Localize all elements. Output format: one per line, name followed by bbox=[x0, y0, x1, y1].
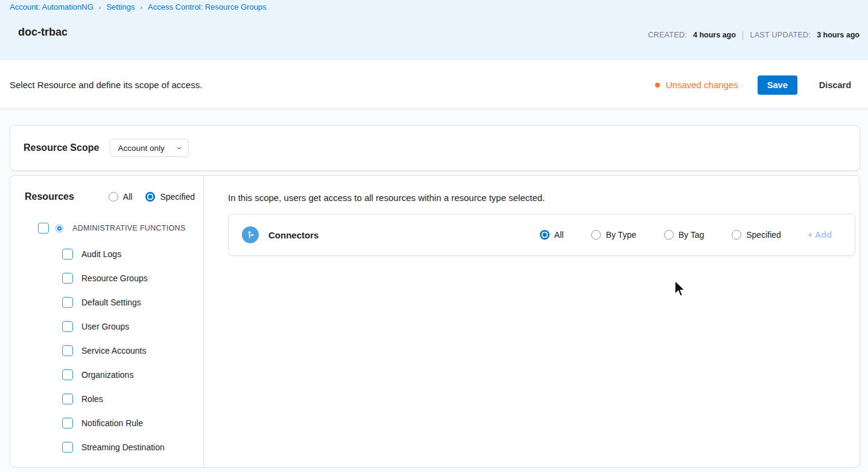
connectors-branch-icon bbox=[242, 226, 259, 243]
resources-specified-label: Specified bbox=[160, 192, 195, 202]
add-button[interactable]: + Add bbox=[808, 230, 832, 240]
radio-selected-icon[interactable] bbox=[145, 192, 155, 202]
radio-icon[interactable] bbox=[664, 230, 674, 240]
connectors-specified-label: Specified bbox=[746, 230, 781, 240]
unsaved-changes-indicator: Unsaved changes bbox=[655, 80, 738, 90]
page-description: Select Resource and define its scope of … bbox=[10, 80, 202, 90]
item-label: Audit Logs bbox=[81, 249, 121, 259]
resource-type-list: Audit Logs Resource Groups Default Setti… bbox=[10, 242, 203, 459]
page-title: doc-trbac bbox=[18, 26, 68, 39]
resources-all-radio[interactable]: All bbox=[109, 192, 133, 202]
item-checkbox[interactable] bbox=[62, 442, 73, 453]
item-checkbox[interactable] bbox=[62, 345, 73, 356]
item-label: Service Accounts bbox=[81, 346, 146, 356]
unsaved-dot-icon bbox=[655, 83, 660, 88]
page-header: Account: AutomationNG › Settings › Acces… bbox=[0, 0, 868, 60]
resources-panel: Resources All Specified ADMINISTRATIVE F… bbox=[10, 176, 204, 467]
item-checkbox[interactable] bbox=[62, 394, 73, 404]
resource-scope-select[interactable]: Account only ⌄ bbox=[110, 139, 189, 157]
radio-icon[interactable] bbox=[732, 230, 741, 240]
connectors-all-label: All bbox=[554, 230, 564, 240]
item-checkbox[interactable] bbox=[62, 273, 73, 284]
unsaved-changes-label: Unsaved changes bbox=[666, 80, 738, 90]
last-updated-value: 3 hours ago bbox=[817, 31, 860, 39]
list-item-audit-logs[interactable]: Audit Logs bbox=[10, 242, 203, 266]
connectors-by-tag-label: By Tag bbox=[679, 230, 705, 240]
list-item-streaming-destination[interactable]: Streaming Destination bbox=[10, 435, 203, 459]
discard-button[interactable]: Discard bbox=[819, 80, 851, 90]
item-checkbox[interactable] bbox=[62, 321, 73, 332]
group-label: ADMINISTRATIVE FUNCTIONS bbox=[72, 224, 186, 232]
item-checkbox[interactable] bbox=[62, 418, 73, 429]
connectors-by-tag-radio[interactable]: By Tag bbox=[664, 230, 705, 240]
scope-note: In this scope, users get access to all r… bbox=[228, 193, 545, 203]
resource-scope-card: Resource Scope Account only ⌄ bbox=[10, 125, 860, 171]
scope-content: In this scope, users get access to all r… bbox=[218, 176, 860, 467]
chevron-down-icon: ⌄ bbox=[175, 143, 183, 150]
group-checkbox[interactable] bbox=[38, 223, 49, 234]
list-item-notification-rule[interactable]: Notification Rule bbox=[10, 411, 203, 435]
item-label: Streaming Destination bbox=[81, 442, 165, 452]
connectors-specified-radio[interactable]: Specified bbox=[732, 230, 781, 240]
resources-card: Resources All Specified ADMINISTRATIVE F… bbox=[10, 175, 860, 468]
resources-title: Resources bbox=[25, 191, 74, 202]
list-item-service-accounts[interactable]: Service Accounts bbox=[10, 339, 203, 363]
resource-group-administrative-functions[interactable]: ADMINISTRATIVE FUNCTIONS bbox=[38, 223, 203, 234]
item-label: Notification Rule bbox=[81, 418, 143, 428]
group-selected-icon bbox=[55, 224, 64, 233]
list-item-organizations[interactable]: Organizations bbox=[10, 363, 203, 387]
item-label: Roles bbox=[81, 394, 103, 404]
connectors-all-radio[interactable]: All bbox=[540, 230, 564, 240]
breadcrumb-settings-link[interactable]: Settings bbox=[106, 2, 135, 11]
item-label: Default Settings bbox=[81, 298, 141, 307]
item-checkbox[interactable] bbox=[62, 297, 73, 308]
resources-specified-radio[interactable]: Specified bbox=[145, 192, 195, 202]
last-updated-label: LAST UPDATED: bbox=[750, 31, 811, 39]
breadcrumb-separator-icon: › bbox=[140, 4, 142, 11]
radio-icon[interactable] bbox=[109, 192, 118, 202]
list-item-resource-groups[interactable]: Resource Groups bbox=[10, 266, 203, 290]
item-checkbox[interactable] bbox=[62, 249, 73, 260]
radio-selected-icon[interactable] bbox=[540, 230, 550, 240]
breadcrumb-account-link[interactable]: Account: AutomationNG bbox=[10, 2, 93, 11]
action-bar: Select Resource and define its scope of … bbox=[0, 60, 868, 109]
connectors-label: Connectors bbox=[268, 230, 318, 240]
connectors-row: Connectors All By Type By Tag Specified bbox=[228, 214, 855, 256]
item-label: Resource Groups bbox=[81, 273, 148, 283]
item-label: User Groups bbox=[81, 322, 129, 331]
connectors-access-options: All By Type By Tag Specified + Add bbox=[512, 230, 832, 240]
resource-group-meta: CREATED: 4 hours ago | LAST UPDATED: 3 h… bbox=[648, 30, 860, 40]
save-button[interactable]: Save bbox=[758, 75, 797, 95]
created-value: 4 hours ago bbox=[693, 31, 736, 39]
resources-all-label: All bbox=[123, 192, 133, 202]
item-label: Organizations bbox=[81, 370, 133, 380]
radio-icon[interactable] bbox=[591, 230, 601, 240]
breadcrumb-resource-groups-link[interactable]: Access Control: Resource Groups bbox=[148, 2, 267, 11]
resource-scope-label: Resource Scope bbox=[24, 142, 99, 153]
item-checkbox[interactable] bbox=[62, 369, 73, 380]
connectors-by-type-label: By Type bbox=[606, 230, 636, 240]
list-item-default-settings[interactable]: Default Settings bbox=[10, 290, 203, 314]
breadcrumb: Account: AutomationNG › Settings › Acces… bbox=[10, 2, 267, 11]
list-item-roles[interactable]: Roles bbox=[10, 387, 203, 411]
connectors-by-type-radio[interactable]: By Type bbox=[591, 230, 636, 240]
resource-scope-selected-value: Account only bbox=[118, 144, 164, 153]
list-item-user-groups[interactable]: User Groups bbox=[10, 314, 203, 339]
meta-divider: | bbox=[742, 30, 744, 40]
breadcrumb-separator-icon: › bbox=[99, 4, 101, 11]
created-label: CREATED: bbox=[648, 31, 687, 39]
